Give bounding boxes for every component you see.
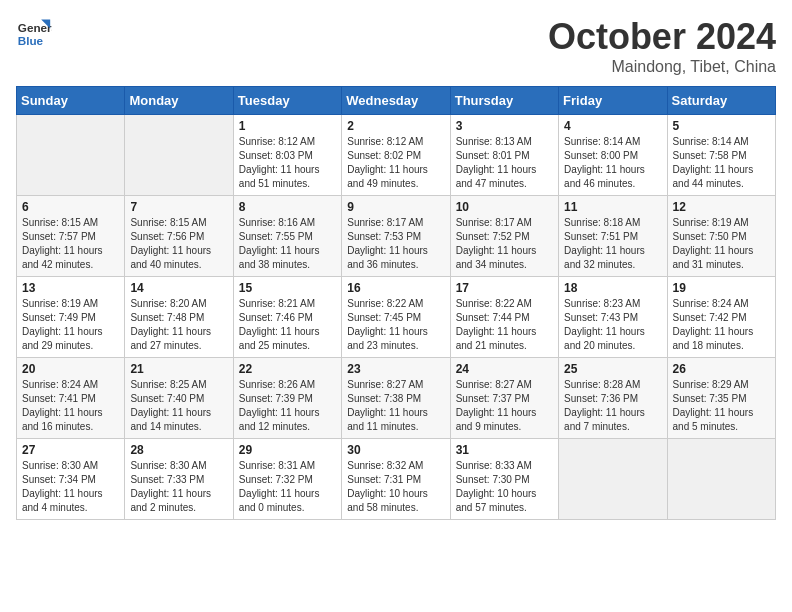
day-info: Sunrise: 8:32 AM Sunset: 7:31 PM Dayligh… (347, 459, 444, 515)
day-number: 22 (239, 362, 336, 376)
calendar-cell: 30Sunrise: 8:32 AM Sunset: 7:31 PM Dayli… (342, 439, 450, 520)
day-info: Sunrise: 8:13 AM Sunset: 8:01 PM Dayligh… (456, 135, 553, 191)
calendar-cell: 6Sunrise: 8:15 AM Sunset: 7:57 PM Daylig… (17, 196, 125, 277)
day-info: Sunrise: 8:19 AM Sunset: 7:50 PM Dayligh… (673, 216, 770, 272)
calendar-cell: 15Sunrise: 8:21 AM Sunset: 7:46 PM Dayli… (233, 277, 341, 358)
calendar-table: SundayMondayTuesdayWednesdayThursdayFrid… (16, 86, 776, 520)
calendar-cell: 26Sunrise: 8:29 AM Sunset: 7:35 PM Dayli… (667, 358, 775, 439)
day-info: Sunrise: 8:22 AM Sunset: 7:45 PM Dayligh… (347, 297, 444, 353)
calendar-cell (17, 115, 125, 196)
calendar-header-row: SundayMondayTuesdayWednesdayThursdayFrid… (17, 87, 776, 115)
day-info: Sunrise: 8:24 AM Sunset: 7:41 PM Dayligh… (22, 378, 119, 434)
day-info: Sunrise: 8:16 AM Sunset: 7:55 PM Dayligh… (239, 216, 336, 272)
day-info: Sunrise: 8:20 AM Sunset: 7:48 PM Dayligh… (130, 297, 227, 353)
calendar-cell: 12Sunrise: 8:19 AM Sunset: 7:50 PM Dayli… (667, 196, 775, 277)
calendar-cell: 18Sunrise: 8:23 AM Sunset: 7:43 PM Dayli… (559, 277, 667, 358)
day-number: 3 (456, 119, 553, 133)
day-number: 11 (564, 200, 661, 214)
day-number: 13 (22, 281, 119, 295)
calendar-cell: 24Sunrise: 8:27 AM Sunset: 7:37 PM Dayli… (450, 358, 558, 439)
day-number: 31 (456, 443, 553, 457)
calendar-week-1: 1Sunrise: 8:12 AM Sunset: 8:03 PM Daylig… (17, 115, 776, 196)
calendar-cell: 21Sunrise: 8:25 AM Sunset: 7:40 PM Dayli… (125, 358, 233, 439)
day-info: Sunrise: 8:31 AM Sunset: 7:32 PM Dayligh… (239, 459, 336, 515)
month-title: October 2024 (548, 16, 776, 58)
day-info: Sunrise: 8:15 AM Sunset: 7:56 PM Dayligh… (130, 216, 227, 272)
calendar-cell: 31Sunrise: 8:33 AM Sunset: 7:30 PM Dayli… (450, 439, 558, 520)
calendar-cell: 7Sunrise: 8:15 AM Sunset: 7:56 PM Daylig… (125, 196, 233, 277)
day-info: Sunrise: 8:14 AM Sunset: 7:58 PM Dayligh… (673, 135, 770, 191)
day-number: 1 (239, 119, 336, 133)
day-number: 19 (673, 281, 770, 295)
page-header: General Blue October 2024 Maindong, Tibe… (16, 16, 776, 76)
calendar-cell: 28Sunrise: 8:30 AM Sunset: 7:33 PM Dayli… (125, 439, 233, 520)
day-info: Sunrise: 8:26 AM Sunset: 7:39 PM Dayligh… (239, 378, 336, 434)
calendar-cell: 27Sunrise: 8:30 AM Sunset: 7:34 PM Dayli… (17, 439, 125, 520)
day-number: 20 (22, 362, 119, 376)
day-info: Sunrise: 8:30 AM Sunset: 7:34 PM Dayligh… (22, 459, 119, 515)
calendar-week-5: 27Sunrise: 8:30 AM Sunset: 7:34 PM Dayli… (17, 439, 776, 520)
calendar-cell: 3Sunrise: 8:13 AM Sunset: 8:01 PM Daylig… (450, 115, 558, 196)
calendar-cell (667, 439, 775, 520)
day-info: Sunrise: 8:27 AM Sunset: 7:37 PM Dayligh… (456, 378, 553, 434)
day-number: 16 (347, 281, 444, 295)
day-header-friday: Friday (559, 87, 667, 115)
day-info: Sunrise: 8:29 AM Sunset: 7:35 PM Dayligh… (673, 378, 770, 434)
day-header-saturday: Saturday (667, 87, 775, 115)
calendar-week-4: 20Sunrise: 8:24 AM Sunset: 7:41 PM Dayli… (17, 358, 776, 439)
day-number: 23 (347, 362, 444, 376)
calendar-cell: 5Sunrise: 8:14 AM Sunset: 7:58 PM Daylig… (667, 115, 775, 196)
day-info: Sunrise: 8:14 AM Sunset: 8:00 PM Dayligh… (564, 135, 661, 191)
day-number: 2 (347, 119, 444, 133)
day-header-monday: Monday (125, 87, 233, 115)
day-number: 15 (239, 281, 336, 295)
calendar-cell: 25Sunrise: 8:28 AM Sunset: 7:36 PM Dayli… (559, 358, 667, 439)
calendar-cell: 23Sunrise: 8:27 AM Sunset: 7:38 PM Dayli… (342, 358, 450, 439)
day-number: 14 (130, 281, 227, 295)
calendar-cell: 20Sunrise: 8:24 AM Sunset: 7:41 PM Dayli… (17, 358, 125, 439)
day-info: Sunrise: 8:24 AM Sunset: 7:42 PM Dayligh… (673, 297, 770, 353)
day-info: Sunrise: 8:12 AM Sunset: 8:03 PM Dayligh… (239, 135, 336, 191)
day-info: Sunrise: 8:19 AM Sunset: 7:49 PM Dayligh… (22, 297, 119, 353)
calendar-body: 1Sunrise: 8:12 AM Sunset: 8:03 PM Daylig… (17, 115, 776, 520)
day-info: Sunrise: 8:25 AM Sunset: 7:40 PM Dayligh… (130, 378, 227, 434)
day-info: Sunrise: 8:33 AM Sunset: 7:30 PM Dayligh… (456, 459, 553, 515)
calendar-week-2: 6Sunrise: 8:15 AM Sunset: 7:57 PM Daylig… (17, 196, 776, 277)
calendar-cell: 10Sunrise: 8:17 AM Sunset: 7:52 PM Dayli… (450, 196, 558, 277)
day-info: Sunrise: 8:21 AM Sunset: 7:46 PM Dayligh… (239, 297, 336, 353)
day-header-wednesday: Wednesday (342, 87, 450, 115)
calendar-cell: 22Sunrise: 8:26 AM Sunset: 7:39 PM Dayli… (233, 358, 341, 439)
day-number: 29 (239, 443, 336, 457)
logo: General Blue (16, 16, 52, 52)
day-info: Sunrise: 8:28 AM Sunset: 7:36 PM Dayligh… (564, 378, 661, 434)
day-number: 30 (347, 443, 444, 457)
day-info: Sunrise: 8:12 AM Sunset: 8:02 PM Dayligh… (347, 135, 444, 191)
day-header-tuesday: Tuesday (233, 87, 341, 115)
day-number: 21 (130, 362, 227, 376)
calendar-cell: 14Sunrise: 8:20 AM Sunset: 7:48 PM Dayli… (125, 277, 233, 358)
day-number: 12 (673, 200, 770, 214)
day-number: 24 (456, 362, 553, 376)
calendar-week-3: 13Sunrise: 8:19 AM Sunset: 7:49 PM Dayli… (17, 277, 776, 358)
day-number: 6 (22, 200, 119, 214)
day-number: 18 (564, 281, 661, 295)
calendar-cell: 1Sunrise: 8:12 AM Sunset: 8:03 PM Daylig… (233, 115, 341, 196)
calendar-cell: 4Sunrise: 8:14 AM Sunset: 8:00 PM Daylig… (559, 115, 667, 196)
calendar-cell: 13Sunrise: 8:19 AM Sunset: 7:49 PM Dayli… (17, 277, 125, 358)
title-block: October 2024 Maindong, Tibet, China (548, 16, 776, 76)
day-info: Sunrise: 8:22 AM Sunset: 7:44 PM Dayligh… (456, 297, 553, 353)
calendar-cell: 19Sunrise: 8:24 AM Sunset: 7:42 PM Dayli… (667, 277, 775, 358)
day-info: Sunrise: 8:17 AM Sunset: 7:52 PM Dayligh… (456, 216, 553, 272)
calendar-cell (125, 115, 233, 196)
day-number: 7 (130, 200, 227, 214)
calendar-cell: 9Sunrise: 8:17 AM Sunset: 7:53 PM Daylig… (342, 196, 450, 277)
day-number: 9 (347, 200, 444, 214)
calendar-cell: 17Sunrise: 8:22 AM Sunset: 7:44 PM Dayli… (450, 277, 558, 358)
calendar-cell: 2Sunrise: 8:12 AM Sunset: 8:02 PM Daylig… (342, 115, 450, 196)
day-number: 28 (130, 443, 227, 457)
day-info: Sunrise: 8:18 AM Sunset: 7:51 PM Dayligh… (564, 216, 661, 272)
day-header-thursday: Thursday (450, 87, 558, 115)
calendar-cell: 8Sunrise: 8:16 AM Sunset: 7:55 PM Daylig… (233, 196, 341, 277)
day-info: Sunrise: 8:15 AM Sunset: 7:57 PM Dayligh… (22, 216, 119, 272)
day-number: 5 (673, 119, 770, 133)
